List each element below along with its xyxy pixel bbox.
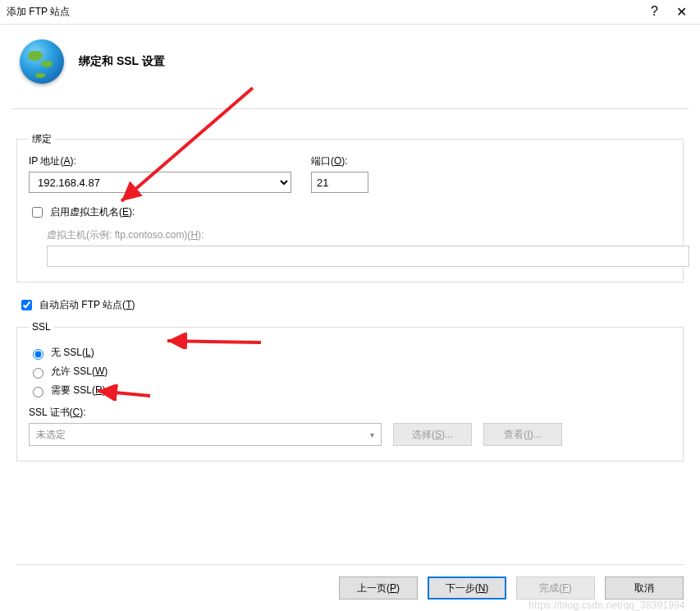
ssl-cert-section: SSL 证书(C): 未选定 ▾ 选择(S)... 查看(I)... bbox=[29, 406, 671, 446]
enable-vhost-checkbox-label[interactable]: 启用虚拟主机名(E): bbox=[29, 204, 671, 220]
autostart-checkbox[interactable] bbox=[21, 300, 32, 310]
titlebar: 添加 FTP 站点 ? ✕ bbox=[0, 0, 700, 25]
ssl-cert-select[interactable]: 未选定 ▾ bbox=[29, 423, 382, 446]
ssl-allow-text: 允许 SSL(W) bbox=[51, 365, 108, 379]
cancel-button[interactable]: 取消 bbox=[605, 577, 684, 600]
ssl-require-radio[interactable] bbox=[33, 387, 43, 397]
page-title: 绑定和 SSL 设置 bbox=[79, 54, 165, 69]
footer-separator bbox=[16, 564, 684, 565]
close-icon[interactable]: ✕ bbox=[676, 4, 687, 20]
ssl-select-button: 选择(S)... bbox=[393, 423, 472, 446]
finish-button: 完成(F) bbox=[516, 577, 595, 600]
port-label: 端口(O): bbox=[311, 154, 368, 168]
ssl-none-text: 无 SSL(L) bbox=[51, 346, 94, 360]
globe-icon bbox=[20, 39, 64, 84]
next-button[interactable]: 下一步(N) bbox=[428, 577, 506, 600]
chevron-down-icon: ▾ bbox=[370, 430, 374, 439]
ssl-cert-label: SSL 证书(C): bbox=[29, 406, 671, 420]
ssl-require-text: 需要 SSL(R) bbox=[51, 384, 106, 397]
ip-port-row: IP 地址(A): 192.168.4.87 端口(O): bbox=[29, 154, 671, 193]
dialog-body: 绑定和 SSL 设置 绑定 IP 地址(A): 192.168.4.87 端口(… bbox=[0, 25, 700, 488]
binding-group: 绑定 IP 地址(A): 192.168.4.87 端口(O): bbox=[16, 132, 684, 283]
window-title: 添加 FTP 站点 bbox=[7, 5, 651, 19]
help-icon[interactable]: ? bbox=[651, 4, 658, 20]
enable-vhost-checkbox[interactable] bbox=[32, 207, 43, 218]
ssl-require-row[interactable]: 需要 SSL(R) bbox=[29, 384, 671, 397]
ip-address-select[interactable]: 192.168.4.87 bbox=[29, 172, 291, 193]
prev-button[interactable]: 上一页(P) bbox=[339, 577, 418, 600]
ssl-view-button: 查看(I)... bbox=[483, 423, 562, 446]
ssl-none-radio[interactable] bbox=[33, 349, 43, 360]
autostart-checkbox-label[interactable]: 自动启动 FTP 站点(T) bbox=[18, 297, 682, 313]
ip-label: IP 地址(A): bbox=[29, 154, 291, 168]
ssl-legend: SSL bbox=[29, 321, 54, 333]
ssl-allow-row[interactable]: 允许 SSL(W) bbox=[29, 365, 671, 379]
vhost-input bbox=[47, 246, 689, 267]
dialog-header: 绑定和 SSL 设置 bbox=[11, 25, 689, 108]
watermark: https://blog.csdn.net/qq_38391994 bbox=[528, 600, 685, 611]
ssl-cert-controls: 未选定 ▾ 选择(S)... 查看(I)... bbox=[29, 423, 671, 446]
footer-buttons: 上一页(P) 下一步(N) 完成(F) 取消 bbox=[339, 577, 684, 600]
enable-vhost-text: 启用虚拟主机名(E): bbox=[50, 205, 135, 219]
vhost-enable-row: 启用虚拟主机名(E): 虚拟主机(示例: ftp.contoso.com)(H)… bbox=[29, 204, 671, 267]
ssl-none-row[interactable]: 无 SSL(L) bbox=[29, 346, 671, 360]
port-input[interactable] bbox=[311, 172, 368, 193]
port-column: 端口(O): bbox=[311, 154, 368, 193]
vhost-label: 虚拟主机(示例: ftp.contoso.com)(H): bbox=[47, 228, 671, 242]
ssl-allow-radio[interactable] bbox=[33, 368, 43, 379]
ip-column: IP 地址(A): 192.168.4.87 bbox=[29, 154, 291, 193]
titlebar-buttons: ? ✕ bbox=[651, 4, 693, 20]
ssl-cert-value: 未选定 bbox=[36, 428, 66, 442]
binding-legend: 绑定 bbox=[29, 132, 55, 146]
autostart-text: 自动启动 FTP 站点(T) bbox=[39, 298, 135, 312]
ssl-group: SSL 无 SSL(L) 允许 SSL(W) 需要 SSL(R) SSL 证书(… bbox=[16, 321, 684, 462]
separator bbox=[11, 108, 689, 109]
